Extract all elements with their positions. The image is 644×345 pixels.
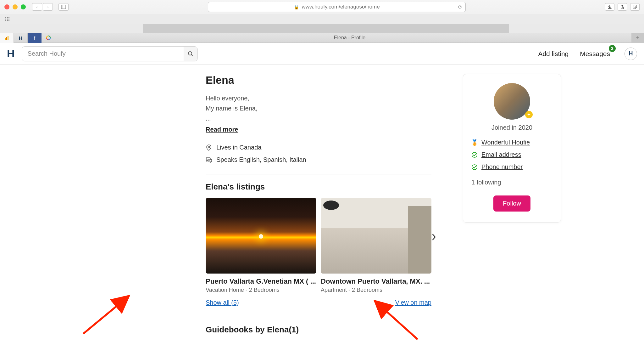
- browser-chrome: ‹ › 🔒 www.houfy.com/elenagoso/home ⟳: [0, 0, 644, 43]
- close-window-button[interactable]: [4, 4, 9, 9]
- listings-heading: Elena's listings: [206, 182, 431, 192]
- chevron-right-icon: [432, 234, 436, 240]
- back-button[interactable]: ‹: [32, 3, 42, 11]
- forward-button[interactable]: ›: [43, 3, 53, 11]
- favicon-analytics[interactable]: [0, 33, 14, 43]
- lock-icon: 🔒: [294, 4, 299, 9]
- tab-title[interactable]: Elena - Profile: [55, 35, 644, 41]
- minimize-window-button[interactable]: [13, 4, 18, 9]
- search-container: [22, 46, 198, 61]
- svg-point-14: [472, 152, 477, 157]
- svg-rect-6: [8, 36, 8, 40]
- add-listing-link[interactable]: Add listing: [536, 48, 570, 60]
- section-divider: [206, 317, 431, 317]
- favicon-facebook[interactable]: f: [28, 33, 42, 43]
- medal-icon: 🏅: [471, 139, 478, 146]
- phone-verified-row[interactable]: Phone number: [471, 163, 552, 171]
- profile-sidebar-card: ✦ Joined in 2020 🏅 Wonderful Houfie Emai…: [463, 74, 561, 223]
- info-location: Lives in Canada: [206, 144, 431, 151]
- check-circle-icon: [471, 152, 478, 158]
- following-count[interactable]: 1 following: [471, 179, 552, 186]
- svg-rect-3: [634, 5, 637, 8]
- guidebooks-heading: Guidebooks by Elena(1): [206, 325, 431, 335]
- apps-grid-icon[interactable]: [4, 16, 10, 22]
- bio-line-3: ...: [206, 113, 431, 123]
- section-divider: [206, 174, 431, 174]
- location-text: Lives in Canada: [216, 144, 261, 151]
- view-on-map-link[interactable]: View on map: [395, 299, 431, 306]
- svg-point-11: [188, 52, 192, 55]
- read-more-link[interactable]: Read more: [206, 126, 238, 133]
- messages-badge: 3: [609, 45, 616, 52]
- show-all-link[interactable]: Show all (5): [206, 299, 239, 306]
- verified-badge-icon: ✦: [525, 111, 533, 118]
- svg-rect-5: [6, 37, 7, 40]
- page-body: Elena Hello everyone, My name is Elena, …: [70, 65, 574, 345]
- info-languages: Speaks English, Spanish, Italian: [206, 156, 431, 163]
- wonderful-houfie-label: Wonderful Houfie: [481, 139, 530, 146]
- listing-image: [321, 198, 431, 274]
- languages-text: Speaks English, Spanish, Italian: [216, 156, 306, 163]
- reload-icon[interactable]: ⟳: [458, 4, 462, 10]
- url-text: www.houfy.com/elenagoso/home: [302, 4, 380, 10]
- joined-text: Joined in 2020: [487, 124, 537, 131]
- messages-label: Messages: [580, 50, 610, 57]
- share-icon[interactable]: [618, 3, 627, 11]
- tab-bar: H f Elena - Profile +: [0, 33, 644, 43]
- bio-line-2: My name is Elena,: [206, 103, 431, 113]
- search-icon: [188, 51, 193, 57]
- check-circle-icon: [471, 164, 478, 170]
- search-input[interactable]: [22, 50, 184, 57]
- favicon-houfy[interactable]: H: [14, 33, 28, 43]
- profile-avatar[interactable]: [494, 83, 530, 120]
- svg-rect-4: [5, 38, 6, 40]
- svg-point-13: [208, 146, 210, 148]
- listings-carousel: Puerto Vallarta G.Venetian MX ( ... Vaca…: [206, 198, 431, 293]
- listing-card[interactable]: Puerto Vallarta G.Venetian MX ( ... Vaca…: [206, 198, 316, 293]
- follow-button[interactable]: Follow: [493, 195, 530, 212]
- site-header: H Add listing Messages 3 H: [0, 43, 644, 65]
- listing-title: Downtown Puerto Vallarta, MX. ...: [321, 277, 431, 286]
- maximize-window-button[interactable]: [21, 4, 26, 9]
- sidebar-toggle-icon[interactable]: [58, 3, 69, 11]
- listing-subtitle: Vacation Home - 2 Bedrooms: [206, 287, 316, 293]
- messages-link[interactable]: Messages 3: [578, 48, 612, 60]
- toolbar-spacer: [0, 24, 644, 33]
- carousel-next-button[interactable]: [430, 233, 438, 241]
- new-tab-button[interactable]: +: [631, 33, 644, 43]
- listing-card[interactable]: Downtown Puerto Vallarta, MX. ... Apartm…: [321, 198, 431, 293]
- user-avatar[interactable]: H: [625, 48, 637, 60]
- window-controls: [4, 4, 26, 9]
- bookmarks-bar: [0, 14, 644, 24]
- svg-rect-2: [633, 6, 636, 9]
- search-button[interactable]: [184, 46, 197, 61]
- svg-rect-0: [61, 5, 66, 9]
- bio-line-1: Hello everyone,: [206, 93, 431, 103]
- tabs-icon[interactable]: [630, 3, 640, 11]
- email-label: Email address: [481, 151, 521, 158]
- favicon-google[interactable]: [42, 33, 55, 43]
- profile-name: Elena: [206, 74, 431, 86]
- email-verified-row[interactable]: Email address: [471, 151, 552, 158]
- listing-subtitle: Apartment - 2 Bedrooms: [321, 287, 431, 293]
- site-logo[interactable]: H: [7, 48, 14, 60]
- listing-image: [206, 198, 316, 274]
- svg-line-12: [192, 55, 193, 56]
- listing-title: Puerto Vallarta G.Venetian MX ( ...: [206, 277, 316, 286]
- url-bar[interactable]: 🔒 www.houfy.com/elenagoso/home ⟳: [208, 2, 466, 12]
- wonderful-houfie-row[interactable]: 🏅 Wonderful Houfie: [471, 139, 552, 146]
- download-icon[interactable]: [605, 3, 614, 11]
- chat-bubble-icon: [206, 157, 212, 163]
- phone-label: Phone number: [481, 163, 523, 171]
- location-pin-icon: [206, 144, 212, 151]
- svg-point-15: [472, 165, 477, 170]
